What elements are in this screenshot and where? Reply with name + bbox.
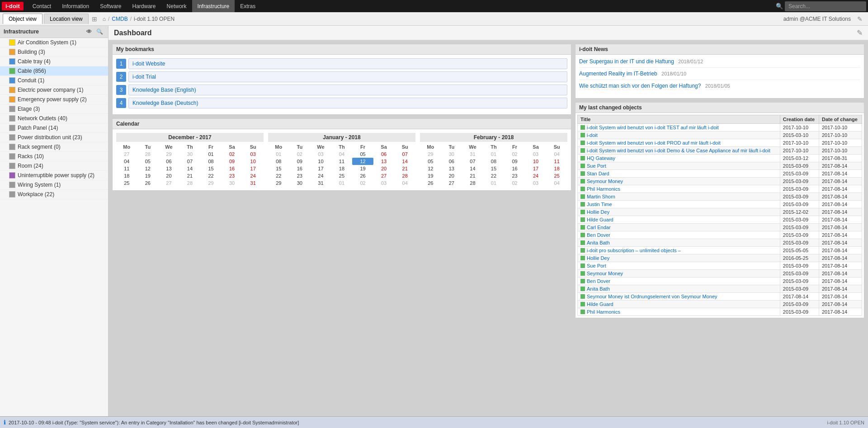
tab-object-view[interactable]: Object view xyxy=(3,14,42,24)
table-row-21[interactable]: Anita Bath 2015-03-09 2017-08-14 xyxy=(578,285,862,293)
table-row-18[interactable]: Sue Port 2015-03-09 2017-08-14 xyxy=(578,262,862,270)
cal-day-0-3-2[interactable]: 20 xyxy=(158,172,179,179)
cal-day-1-3-2[interactable]: 24 xyxy=(310,172,331,179)
cal-day-2-3-4[interactable]: 23 xyxy=(504,172,525,179)
cal-day-2-4-3[interactable]: 01 xyxy=(483,179,505,187)
obj-link-11[interactable]: Hollie Dey xyxy=(587,209,609,215)
obj-link-19[interactable]: Seymour Money xyxy=(587,271,623,276)
sidebar-item-14[interactable]: Uninterruptible power supply (2) xyxy=(0,171,108,180)
cal-day-0-4-0[interactable]: 25 xyxy=(116,179,137,187)
cal-day-0-0-5[interactable]: 02 xyxy=(222,151,243,158)
search-input[interactable] xyxy=(785,1,866,11)
news-title-1[interactable]: Augmented Reality im IT-Betrieb xyxy=(579,71,657,77)
sidebar-item-8[interactable]: Network Outlets (40) xyxy=(0,114,108,123)
obj-link-24[interactable]: Phil Harmonics xyxy=(587,309,620,315)
cal-day-1-1-6[interactable]: 14 xyxy=(394,158,415,165)
cal-day-0-2-4[interactable]: 15 xyxy=(200,165,222,172)
cal-day-2-4-2[interactable]: 28 xyxy=(462,179,483,187)
sidebar-item-10[interactable]: Power distribution unit (23) xyxy=(0,133,108,142)
cal-day-2-2-6[interactable]: 18 xyxy=(546,165,567,172)
cal-day-0-0-6[interactable]: 03 xyxy=(242,151,264,158)
cal-day-1-2-1[interactable]: 16 xyxy=(289,165,311,172)
sidebar-search-icon[interactable]: 🔍 xyxy=(95,28,104,35)
cal-day-0-0-2[interactable]: 29 xyxy=(158,151,179,158)
cal-day-2-3-3[interactable]: 22 xyxy=(483,172,505,179)
cal-day-2-2-2[interactable]: 14 xyxy=(462,165,483,172)
bookmark-link-3[interactable]: Knowledge Base (Deutsch) xyxy=(128,98,567,108)
cal-day-1-3-0[interactable]: 22 xyxy=(268,172,289,179)
cal-day-2-4-0[interactable]: 26 xyxy=(420,179,441,187)
table-row-9[interactable]: Martin Shorn 2015-03-09 2017-08-14 xyxy=(578,193,862,201)
sidebar-item-2[interactable]: Cable tray (4) xyxy=(0,57,108,66)
nav-contact[interactable]: Contact xyxy=(27,0,57,12)
cal-day-2-2-1[interactable]: 13 xyxy=(441,165,462,172)
cal-day-1-2-0[interactable]: 15 xyxy=(268,165,289,172)
table-row-22[interactable]: Seymour Money ist Ordnungselement von Se… xyxy=(578,293,862,301)
cal-day-1-0-3[interactable]: 04 xyxy=(331,151,353,158)
cal-day-1-1-1[interactable]: 09 xyxy=(289,158,311,165)
cal-day-2-0-0[interactable]: 29 xyxy=(420,151,441,158)
cal-day-0-1-0[interactable]: 04 xyxy=(116,158,137,165)
cal-day-1-2-3[interactable]: 18 xyxy=(331,165,353,172)
cal-day-2-3-2[interactable]: 21 xyxy=(462,172,483,179)
cal-day-0-2-1[interactable]: 12 xyxy=(137,165,159,172)
obj-link-1[interactable]: i-doit xyxy=(587,132,598,138)
cal-day-2-4-5[interactable]: 03 xyxy=(525,179,547,187)
cal-day-2-3-6[interactable]: 25 xyxy=(546,172,567,179)
cal-day-1-3-3[interactable]: 25 xyxy=(331,172,353,179)
nav-network[interactable]: Network xyxy=(161,0,192,12)
cal-day-0-3-6[interactable]: 24 xyxy=(242,172,264,179)
obj-link-6[interactable]: Stan Dard xyxy=(587,171,609,176)
table-row-19[interactable]: Seymour Money 2015-03-09 2017-08-14 xyxy=(578,270,862,277)
sidebar-item-13[interactable]: Room (24) xyxy=(0,161,108,171)
cal-day-1-3-6[interactable]: 28 xyxy=(394,172,415,179)
cal-day-1-1-4[interactable]: 12 xyxy=(352,158,373,165)
cal-day-1-4-0[interactable]: 29 xyxy=(268,179,289,187)
obj-link-16[interactable]: i-doit pro subscription – unlimited obje… xyxy=(587,248,681,253)
cal-day-2-0-6[interactable]: 04 xyxy=(546,151,567,158)
table-row-23[interactable]: Hilde Guard 2015-03-09 2017-08-14 xyxy=(578,301,862,308)
cal-day-1-4-3[interactable]: 01 xyxy=(331,179,353,187)
cal-day-1-4-6[interactable]: 04 xyxy=(394,179,415,187)
sidebar-item-15[interactable]: Wiring System (1) xyxy=(0,180,108,190)
sidebar-item-5[interactable]: Electric power company (1) xyxy=(0,85,108,95)
sidebar-item-9[interactable]: Patch Panel (14) xyxy=(0,123,108,133)
obj-link-8[interactable]: Phil Harmonics xyxy=(587,186,620,192)
cal-day-0-1-4[interactable]: 08 xyxy=(200,158,222,165)
nav-hardware[interactable]: Hardware xyxy=(127,0,161,12)
bookmark-link-0[interactable]: i-doit Website xyxy=(128,58,567,69)
cal-day-2-1-3[interactable]: 08 xyxy=(483,158,505,165)
cal-day-0-3-0[interactable]: 18 xyxy=(116,172,137,179)
cal-day-2-0-4[interactable]: 02 xyxy=(504,151,525,158)
obj-link-20[interactable]: Ben Dover xyxy=(587,278,610,284)
cal-day-0-4-5[interactable]: 30 xyxy=(222,179,243,187)
cal-day-2-0-5[interactable]: 03 xyxy=(525,151,547,158)
cal-day-1-2-5[interactable]: 20 xyxy=(373,165,395,172)
cal-day-1-3-4[interactable]: 26 xyxy=(352,172,373,179)
obj-link-14[interactable]: Ben Dover xyxy=(587,232,610,238)
breadcrumb-cmdb[interactable]: CMDB xyxy=(112,16,127,22)
cal-day-0-2-3[interactable]: 14 xyxy=(179,165,201,172)
news-title-0[interactable]: Der Supergau in der IT und die Haftung xyxy=(579,58,674,65)
nav-infrastructure[interactable]: Infrastructure xyxy=(192,0,235,12)
cal-day-2-1-1[interactable]: 06 xyxy=(441,158,462,165)
sidebar-item-6[interactable]: Emergency power supply (2) xyxy=(0,95,108,104)
obj-link-9[interactable]: Martin Shorn xyxy=(587,194,615,199)
table-row-3[interactable]: i-doit System wird benutzt von i-doit De… xyxy=(578,147,862,155)
cal-day-2-4-6[interactable]: 04 xyxy=(546,179,567,187)
sidebar-item-11[interactable]: Rack segment (0) xyxy=(0,142,108,152)
cal-day-0-4-4[interactable]: 29 xyxy=(200,179,222,187)
news-title-2[interactable]: Wie schützt man sich vor den Folgen der … xyxy=(579,83,701,89)
cal-day-1-2-4[interactable]: 19 xyxy=(352,165,373,172)
table-row-1[interactable]: i-doit 2015-03-10 2017-10-10 xyxy=(578,132,862,139)
edit-icon-top[interactable]: ✎ xyxy=(854,15,865,23)
cal-day-1-1-2[interactable]: 10 xyxy=(310,158,331,165)
table-row-5[interactable]: Sue Port 2015-03-09 2017-08-14 xyxy=(578,162,862,170)
cal-day-1-0-0[interactable]: 01 xyxy=(268,151,289,158)
table-row-10[interactable]: Justin Time 2015-03-09 2017-08-14 xyxy=(578,201,862,208)
cal-day-1-4-1[interactable]: 30 xyxy=(289,179,311,187)
table-row-2[interactable]: i-doit System wird benutzt von i-doit PR… xyxy=(578,139,862,147)
sidebar-item-3[interactable]: Cable (856) xyxy=(0,66,108,76)
sidebar-item-0[interactable]: Air Condition System (1) xyxy=(0,38,108,47)
cal-day-2-4-4[interactable]: 02 xyxy=(504,179,525,187)
